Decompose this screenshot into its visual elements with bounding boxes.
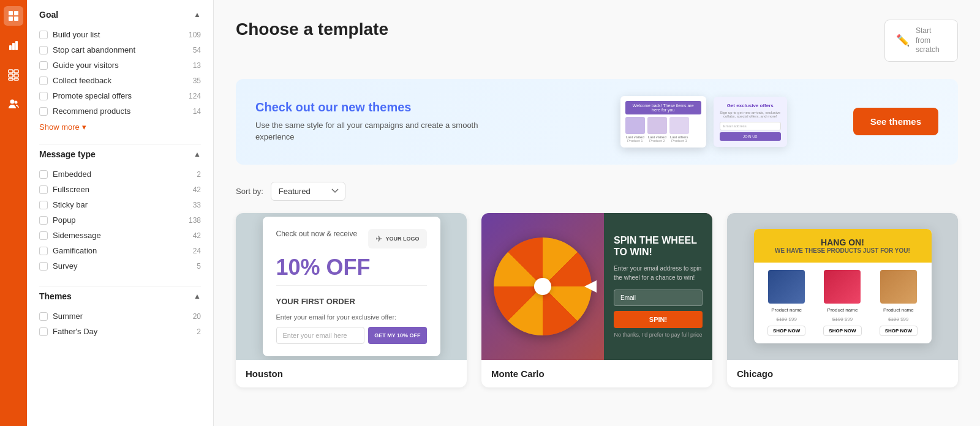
goal-label-recommend: Recommend products (53, 106, 130, 116)
chicago-product-img-1 (768, 270, 805, 304)
chicago-preview: HANG ON! WE HAVE THESE PRODUCTS JUST FOR… (727, 213, 958, 360)
theme-label-summer: Summer (53, 312, 83, 321)
svg-rect-7 (9, 70, 13, 73)
goal-section-title: Goal (39, 10, 58, 20)
monte-carlo-decline[interactable]: No thanks, I'd prefer to pay full price (614, 332, 703, 338)
chicago-shop-btn-1[interactable]: SHOP NOW (767, 326, 805, 336)
template-card-chicago[interactable]: HANG ON! WE HAVE THESE PRODUCTS JUST FOR… (727, 213, 958, 387)
start-from-scratch-button[interactable]: ✏️ Start from scratch (884, 20, 958, 62)
banner-subtitle: Use the same style for all your campaign… (255, 119, 488, 143)
houston-email-input: Enter your email here (276, 327, 365, 344)
goal-item-stop-cart[interactable]: Stop cart abandonment 54 (39, 42, 201, 58)
goal-checkbox-guide-visitors[interactable] (39, 61, 48, 70)
goal-checkbox-stop-cart[interactable] (39, 46, 48, 54)
msg-item-gamification[interactable]: Gamification 24 (39, 243, 201, 258)
svg-rect-0 (9, 11, 13, 15)
msg-checkbox-sidemessage[interactable] (39, 231, 48, 240)
wheel (494, 237, 592, 335)
msg-item-sticky-bar[interactable]: Sticky bar 33 (39, 197, 201, 212)
msg-item-sidemessage[interactable]: Sidemessage 42 (39, 228, 201, 243)
houston-preview: Check out now & receive ✈ YOUR LOGO 10% … (236, 213, 467, 360)
houston-discount: 10% OFF (276, 255, 427, 280)
goal-item-guide-visitors[interactable]: Guide your visitors 13 (39, 58, 201, 73)
chicago-shop-btn-3[interactable]: SHOP NOW (880, 326, 918, 336)
houston-email-label: Enter your email for your exclusive offe… (276, 313, 427, 321)
nav-icon-users[interactable] (4, 94, 23, 114)
goal-item-build-list[interactable]: Build your list 109 (39, 27, 201, 42)
msg-count-sticky-bar: 33 (193, 201, 201, 209)
template-card-monte-carlo[interactable]: SPIN THE WHEEL TO WIN! Enter your email … (481, 213, 712, 387)
svg-rect-3 (14, 17, 18, 21)
chicago-template-name: Chicago (727, 360, 958, 387)
show-more-button[interactable]: Show more ▾ (39, 122, 201, 132)
goal-count-stop-cart: 54 (193, 46, 201, 54)
msg-label-fullscreen: Fullscreen (53, 185, 89, 194)
msg-count-gamification: 24 (193, 247, 201, 255)
houston-cta-button[interactable]: GET MY 10% OFF (368, 327, 426, 344)
monte-carlo-spin-button[interactable]: SPIN! (614, 311, 703, 328)
msg-checkbox-fullscreen[interactable] (39, 185, 48, 194)
msg-label-sticky-bar: Sticky bar (53, 200, 88, 209)
msg-item-survey[interactable]: Survey 5 (39, 258, 201, 274)
theme-item-summer[interactable]: Summer 20 (39, 308, 201, 324)
message-type-section-title: Message type (39, 149, 96, 159)
template-grid: Check out now & receive ✈ YOUR LOGO 10% … (236, 213, 958, 387)
msg-count-popup: 138 (189, 216, 201, 225)
template-card-houston[interactable]: Check out now & receive ✈ YOUR LOGO 10% … (236, 213, 467, 387)
msg-item-fullscreen[interactable]: Fullscreen 42 (39, 182, 201, 197)
houston-template-name: Houston (236, 360, 467, 387)
houston-tagline: Check out now & receive (276, 229, 358, 239)
goal-item-promote[interactable]: Promote special offers 124 (39, 88, 201, 103)
theme-item-fathers-day[interactable]: Father's Day 2 (39, 324, 201, 339)
msg-item-popup[interactable]: Popup 138 (39, 212, 201, 228)
msg-checkbox-sticky-bar[interactable] (39, 201, 48, 209)
page-title: Choose a template (236, 20, 388, 39)
goal-checkbox-promote[interactable] (39, 92, 48, 100)
banner-images: Welcome back! These items are here for y… (554, 96, 853, 148)
message-type-chevron-icon[interactable]: ▲ (194, 150, 201, 159)
nav-icon-grid[interactable] (4, 6, 23, 26)
msg-count-survey: 5 (197, 262, 201, 271)
wheel-center (534, 278, 551, 295)
nav-icon-chart[interactable] (4, 36, 23, 55)
chicago-shop-btn-2[interactable]: SHOP NOW (823, 326, 861, 336)
chicago-products: Product name $199 $99 SHOP NOW Product n… (754, 263, 932, 343)
msg-checkbox-embedded[interactable] (39, 170, 48, 179)
svg-rect-10 (14, 74, 18, 77)
msg-item-embedded[interactable]: Embedded 2 (39, 166, 201, 182)
main-content: Choose a template ✏️ Start from scratch … (214, 0, 980, 426)
theme-checkbox-fathers-day[interactable] (39, 327, 48, 336)
sort-select[interactable]: Featured Newest Most popular (271, 182, 345, 201)
svg-rect-1 (14, 11, 18, 15)
goal-checkbox-collect-feedback[interactable] (39, 77, 48, 85)
nav-icon-apps[interactable] (4, 65, 23, 84)
see-themes-button[interactable]: See themes (853, 108, 938, 135)
theme-checkbox-summer[interactable] (39, 312, 48, 321)
goal-checkbox-recommend[interactable] (39, 107, 48, 116)
goal-item-collect-feedback[interactable]: Collect feedback 35 (39, 73, 201, 88)
msg-checkbox-popup[interactable] (39, 216, 48, 225)
monte-carlo-wheel-container (481, 213, 604, 360)
chicago-product-img-2 (824, 270, 861, 304)
houston-order-divider (276, 285, 427, 291)
chicago-subtitle: WE HAVE THESE PRODUCTS JUST FOR YOU! (764, 247, 922, 254)
msg-checkbox-survey[interactable] (39, 262, 48, 271)
msg-count-sidemessage: 42 (193, 231, 201, 240)
wheel-pointer-icon (584, 280, 597, 293)
theme-count-fathers-day: 2 (197, 327, 201, 336)
goal-checkbox-build-list[interactable] (39, 31, 48, 39)
svg-rect-9 (9, 74, 13, 77)
monte-carlo-preview: SPIN THE WHEEL TO WIN! Enter your email … (481, 213, 712, 360)
themes-chevron-icon[interactable]: ▲ (194, 292, 201, 301)
goal-count-guide-visitors: 13 (193, 61, 201, 70)
msg-checkbox-gamification[interactable] (39, 247, 48, 255)
houston-popup: Check out now & receive ✈ YOUR LOGO 10% … (263, 217, 440, 356)
banner-title: Check out our new themes (255, 100, 554, 114)
goal-item-recommend[interactable]: Recommend products 14 (39, 103, 201, 119)
goal-section-header: Goal ▲ (39, 10, 201, 20)
goal-chevron-icon[interactable]: ▲ (194, 10, 201, 19)
goal-label-promote: Promote special offers (53, 91, 132, 100)
chicago-title: HANG ON! (764, 237, 922, 247)
sort-bar: Sort by: Featured Newest Most popular (236, 182, 958, 201)
sidebar-goal-section: Goal ▲ Build your list 109 Stop cart aba… (39, 10, 201, 132)
